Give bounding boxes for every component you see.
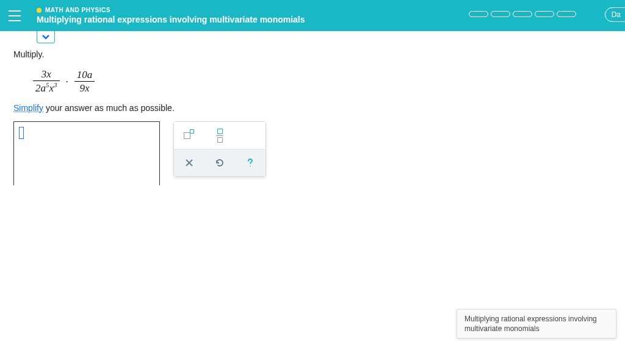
frac2-den: 9x bbox=[78, 82, 92, 95]
subject-label: MATH AND PHYSICS bbox=[45, 7, 110, 13]
cursor-icon bbox=[19, 127, 24, 139]
blank-button[interactable] bbox=[235, 122, 266, 149]
header-pill-button[interactable]: Da bbox=[605, 7, 625, 22]
svg-point-2 bbox=[250, 166, 251, 167]
frac1-num: 3x bbox=[39, 68, 54, 80]
clear-button[interactable] bbox=[174, 149, 204, 176]
instruction-line: Simplify your answer as much as possible… bbox=[13, 103, 625, 113]
expand-toggle[interactable] bbox=[37, 31, 55, 43]
subject-dot-icon bbox=[37, 8, 42, 13]
exponent-button[interactable] bbox=[174, 122, 204, 149]
frac2-num: 10a bbox=[74, 68, 95, 81]
fraction-2: 10a 9x bbox=[74, 68, 95, 95]
app-header: MATH AND PHYSICS Multiplying rational ex… bbox=[0, 0, 625, 31]
expression: 3x 2a5x3 · 10a 9x bbox=[33, 68, 625, 95]
help-button[interactable] bbox=[235, 149, 266, 176]
simplify-link[interactable]: Simplify bbox=[13, 103, 43, 113]
prompt-text: Multiply. bbox=[13, 49, 625, 59]
instruction-rest: your answer as much as possible. bbox=[43, 103, 175, 113]
undo-button[interactable] bbox=[204, 149, 235, 176]
progress-indicator bbox=[469, 11, 576, 17]
menu-icon[interactable] bbox=[9, 10, 23, 21]
multiply-dot: · bbox=[66, 76, 68, 95]
frac1-den: 2a5x3 bbox=[33, 81, 60, 95]
tooltip: Multiplying rational expressions involvi… bbox=[457, 309, 616, 338]
fraction-1: 3x 2a5x3 bbox=[33, 68, 60, 95]
fraction-button[interactable] bbox=[204, 122, 235, 149]
content-area: Multiply. 3x 2a5x3 · 10a 9x Simplify you… bbox=[0, 31, 625, 185]
tool-panel bbox=[173, 121, 266, 177]
answer-input[interactable] bbox=[13, 121, 160, 185]
